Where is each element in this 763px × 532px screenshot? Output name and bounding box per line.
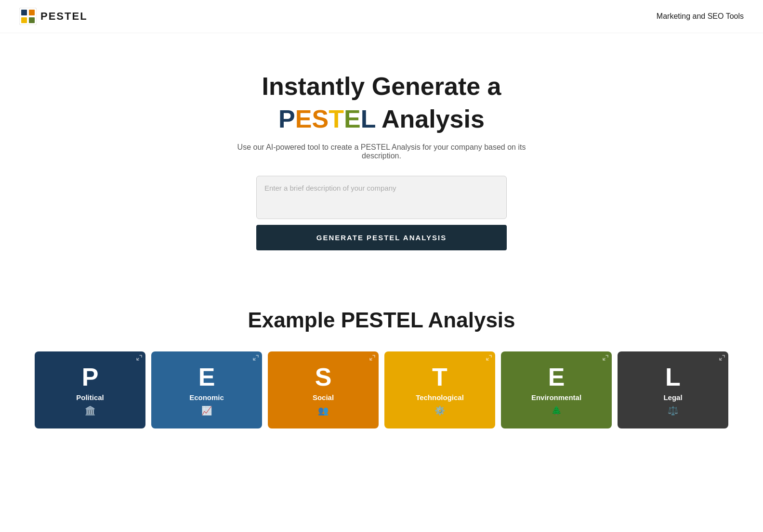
pestel-letter-l: L — [361, 105, 376, 133]
expand-icon-technological — [486, 354, 492, 361]
svg-rect-2 — [29, 10, 35, 15]
card-legal[interactable]: L Legal ⚖️ — [618, 351, 728, 428]
hero-title-analysis: Analysis — [382, 105, 485, 133]
example-section-title: Example PESTEL Analysis — [19, 308, 744, 332]
card-economic[interactable]: E Economic 📈 — [151, 351, 262, 428]
pestel-letter-e2: E — [344, 105, 361, 133]
card-letter-social: S — [315, 364, 332, 389]
expand-icon-social — [369, 354, 376, 361]
hero-title-line1: Instantly Generate a — [262, 72, 501, 101]
generate-pestel-button[interactable]: GENERATE PESTEL ANALYSIS — [256, 225, 507, 250]
hero-subtitle: Use our AI-powered tool to create a PEST… — [237, 143, 526, 160]
card-label-environmental: Environmental — [531, 393, 581, 402]
pestel-colored-title: PESTEL — [278, 105, 382, 133]
card-environmental[interactable]: E Environmental 🌲 — [501, 351, 612, 428]
card-icon-social: 👥 — [318, 405, 329, 416]
svg-rect-4 — [29, 17, 35, 23]
card-letter-political: P — [82, 364, 99, 389]
card-social[interactable]: S Social 👥 — [268, 351, 379, 428]
card-letter-technological: T — [432, 364, 447, 389]
pestel-letter-e1: E — [295, 105, 312, 133]
expand-icon-legal — [719, 354, 725, 361]
card-label-economic: Economic — [189, 393, 224, 402]
card-letter-economic: E — [198, 364, 215, 389]
hero-section: Instantly Generate a PESTEL Analysis Use… — [0, 33, 763, 279]
hero-title-line2: PESTEL Analysis — [278, 104, 485, 133]
header: PESTEL Marketing and SEO Tools — [0, 0, 763, 33]
card-label-legal: Legal — [663, 393, 682, 402]
card-label-technological: Technological — [416, 393, 464, 402]
card-letter-legal: L — [665, 364, 681, 389]
card-icon-technological: ⚙️ — [434, 405, 445, 416]
expand-icon-economic — [252, 354, 259, 361]
card-technological[interactable]: T Technological ⚙️ — [384, 351, 495, 428]
card-label-political: Political — [76, 393, 104, 402]
pestel-letter-s: S — [312, 105, 329, 133]
expand-icon-environmental — [602, 354, 609, 361]
expand-icon-political — [136, 354, 143, 361]
pestel-letter-p: P — [278, 105, 295, 133]
card-icon-economic: 📈 — [201, 405, 212, 416]
svg-rect-1 — [21, 10, 27, 15]
card-letter-environmental: E — [548, 364, 565, 389]
nav-marketing-seo-link[interactable]: Marketing and SEO Tools — [657, 12, 744, 21]
logo-text: PESTEL — [40, 10, 88, 23]
example-section: Example PESTEL Analysis P Political 🏛️ E… — [0, 279, 763, 428]
pestel-cards-container: P Political 🏛️ E Economic 📈 S Social 👥 — [19, 351, 744, 428]
pestel-letter-t: T — [329, 105, 344, 133]
card-icon-legal: ⚖️ — [668, 405, 678, 416]
card-icon-political: 🏛️ — [85, 405, 95, 416]
logo[interactable]: PESTEL — [19, 8, 88, 25]
card-label-social: Social — [313, 393, 334, 402]
svg-rect-3 — [21, 17, 27, 23]
logo-icon — [19, 8, 37, 25]
company-description-input[interactable] — [256, 176, 507, 219]
card-political[interactable]: P Political 🏛️ — [35, 351, 145, 428]
card-icon-environmental: 🌲 — [551, 405, 562, 416]
